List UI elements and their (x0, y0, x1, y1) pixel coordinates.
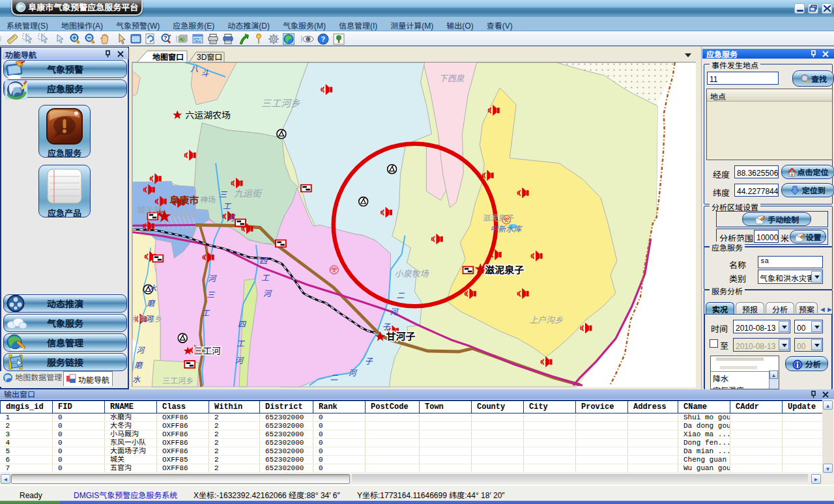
svg-text:水: 水 (149, 282, 157, 293)
svg-text:三工河乡: 三工河乡 (162, 374, 194, 385)
svg-text:上户沟乡: 上户沟乡 (529, 313, 563, 326)
svg-text:河: 河 (390, 305, 399, 316)
svg-text:小泉牧场: 小泉牧场 (395, 267, 429, 279)
svg-text:工: 工 (237, 337, 245, 348)
svg-text:神场: 神场 (200, 193, 216, 204)
svg-text:河: 河 (263, 287, 272, 298)
svg-text:二: 二 (397, 289, 405, 300)
svg-text:城关镇: 城关镇 (137, 203, 162, 216)
svg-text:二: 二 (330, 371, 339, 382)
svg-text:地图窗口: 地图窗口 (152, 51, 184, 62)
svg-text:六运湖农场: 六运湖农场 (185, 108, 231, 121)
svg-text:河: 河 (208, 272, 217, 283)
svg-text:工: 工 (223, 200, 231, 211)
svg-text:子: 子 (382, 320, 391, 331)
svg-text:磨: 磨 (134, 359, 143, 370)
svg-text:工: 工 (261, 272, 270, 283)
svg-text:三工河: 三工河 (194, 344, 221, 357)
svg-text:三工河乡: 三工河乡 (261, 96, 300, 109)
svg-text:滋泥泉子: 滋泥泉子 (483, 212, 514, 223)
svg-text:甘河子: 甘河子 (386, 329, 416, 343)
svg-text:子: 子 (365, 355, 373, 366)
svg-text:中新水库: 中新水库 (490, 223, 523, 234)
svg-text:3D窗口: 3D窗口 (197, 51, 222, 62)
svg-text:?: ? (321, 33, 326, 44)
svg-text:河: 河 (145, 313, 154, 324)
svg-text:四: 四 (259, 255, 268, 266)
svg-text:下西泉: 下西泉 (439, 72, 465, 84)
svg-text:河: 河 (227, 212, 236, 223)
svg-text:三: 三 (219, 188, 227, 199)
svg-text:河: 河 (235, 354, 244, 365)
svg-text:斗: 斗 (201, 67, 209, 78)
svg-text:河: 河 (349, 367, 358, 378)
svg-text:八: 八 (190, 63, 198, 74)
svg-text:河: 河 (136, 344, 145, 355)
svg-text:磨: 磨 (147, 297, 156, 308)
svg-text:四: 四 (238, 318, 247, 329)
svg-text:阜康市: 阜康市 (171, 208, 197, 220)
svg-text:工: 工 (201, 307, 210, 318)
svg-text:滋泥泉子: 滋泥泉子 (485, 262, 524, 276)
svg-text:三: 三 (207, 288, 215, 300)
svg-text:水: 水 (132, 373, 141, 384)
svg-text:阜康市: 阜康市 (169, 193, 199, 206)
svg-text:?: ? (164, 33, 167, 42)
svg-text:九运街: 九运街 (234, 186, 263, 199)
